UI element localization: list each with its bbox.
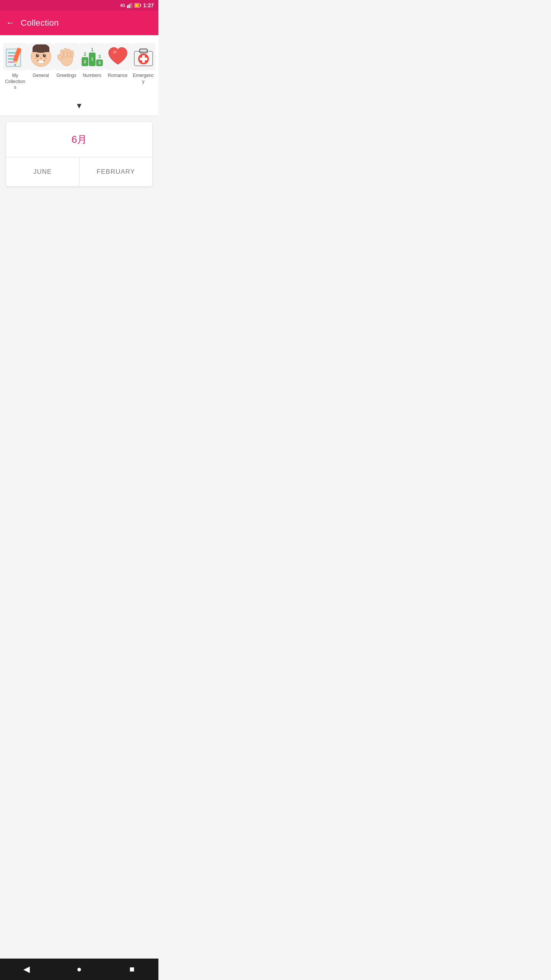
svg-point-20 <box>43 54 46 57</box>
category-label-numbers: Numbers <box>83 73 101 79</box>
signal-icon <box>127 3 132 8</box>
svg-text:3: 3 <box>98 60 100 65</box>
emergency-icon <box>130 43 156 70</box>
category-label-romance: Romance <box>108 73 127 79</box>
svg-text:1: 1 <box>91 57 93 61</box>
chevron-section[interactable]: ▼ <box>0 98 158 116</box>
romance-icon <box>104 43 132 70</box>
card-header: 6月 <box>6 122 152 157</box>
category-item-emergency[interactable]: Emergency <box>131 41 155 92</box>
svg-rect-32 <box>67 49 70 57</box>
svg-rect-5 <box>140 5 141 7</box>
month-card: 6月 JUNE FEBRUARY <box>6 122 152 186</box>
status-time: 1:27 <box>143 2 154 8</box>
svg-rect-18 <box>33 48 49 52</box>
svg-point-21 <box>37 54 38 56</box>
svg-rect-49 <box>142 55 145 63</box>
category-label-greetings: Greetings <box>56 73 76 79</box>
svg-text:⚡: ⚡ <box>135 4 139 8</box>
svg-rect-3 <box>132 3 132 8</box>
page-title: Collection <box>21 18 59 28</box>
svg-point-25 <box>36 58 37 59</box>
card-months-row: JUNE FEBRUARY <box>6 157 152 186</box>
network-badge: 4G <box>120 3 125 8</box>
status-bar: 4G ⚡ 1:27 <box>0 0 158 11</box>
category-item-romance[interactable]: Romance <box>106 41 130 92</box>
svg-text:2: 2 <box>83 52 86 57</box>
my-collections-icon <box>3 43 29 70</box>
main-content: 6月 JUNE FEBRUARY <box>0 116 158 193</box>
svg-rect-33 <box>71 51 73 57</box>
status-icons: 4G ⚡ 1:27 <box>120 2 154 8</box>
category-label-my-collections: My Collections <box>5 73 26 91</box>
numbers-icon: 2 1 3 2 1 3 <box>78 43 106 70</box>
svg-text:2: 2 <box>83 59 86 64</box>
february-label: FEBRUARY <box>97 168 135 175</box>
general-icon <box>27 43 55 70</box>
bottom-spacer <box>0 193 158 214</box>
svg-rect-28 <box>38 60 44 63</box>
svg-rect-1 <box>129 4 130 8</box>
category-item-my-collections[interactable]: My Collections <box>3 41 27 92</box>
svg-point-19 <box>36 54 39 57</box>
chevron-down-icon[interactable]: ▼ <box>75 101 83 110</box>
svg-point-23 <box>40 57 42 59</box>
category-scroll: My Collections <box>3 41 155 98</box>
header: ← Collection <box>0 11 158 35</box>
category-item-numbers[interactable]: 2 1 3 2 1 3 Numbers <box>80 41 104 92</box>
svg-rect-2 <box>130 3 131 8</box>
category-item-general[interactable]: General <box>29 41 53 92</box>
battery-icon: ⚡ <box>134 3 141 8</box>
june-item[interactable]: JUNE <box>6 157 80 186</box>
category-label-general: General <box>33 73 49 79</box>
category-label-emergency: Emergency <box>133 73 154 85</box>
svg-rect-0 <box>127 5 128 8</box>
svg-point-26 <box>44 57 45 58</box>
back-button[interactable]: ← <box>6 18 15 28</box>
svg-text:1: 1 <box>91 47 93 52</box>
june-label: JUNE <box>33 168 52 175</box>
svg-point-27 <box>45 58 46 59</box>
svg-point-22 <box>44 54 45 56</box>
category-item-greetings[interactable]: Greetings <box>54 41 78 92</box>
svg-text:3: 3 <box>98 54 101 59</box>
category-section: My Collections <box>0 35 158 98</box>
svg-rect-31 <box>64 48 67 57</box>
svg-point-24 <box>35 57 36 58</box>
month-chinese: 6月 <box>72 134 87 145</box>
february-item[interactable]: FEBRUARY <box>80 157 153 186</box>
greetings-icon <box>53 43 80 70</box>
